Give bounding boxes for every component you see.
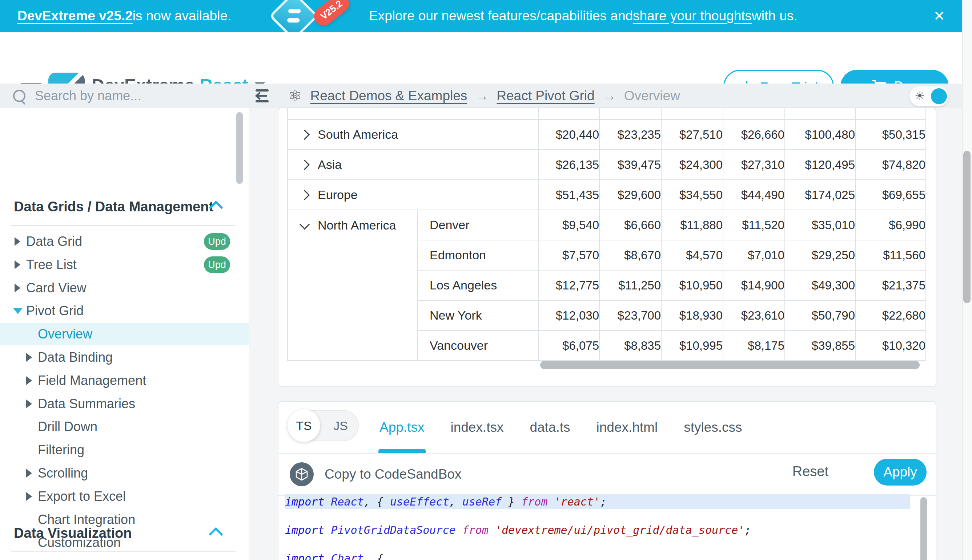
page-scrollbar[interactable]	[963, 151, 970, 303]
collapse-sidebar-icon[interactable]	[254, 88, 272, 103]
value-cell: $11,880	[661, 210, 723, 240]
value-cell: $6,990	[855, 210, 926, 240]
section-title: Data Grids / Data Management	[14, 199, 213, 214]
region-header-cell[interactable]: South America	[288, 120, 538, 150]
code-token	[324, 524, 331, 537]
breadcrumb-item[interactable]: React Demos & Examples	[310, 88, 467, 103]
close-icon[interactable]: ✕	[931, 8, 947, 24]
banner-version-suffix: is now available.	[133, 8, 231, 23]
value-cell: $21,375	[855, 270, 926, 300]
chevron-right-icon	[26, 376, 32, 385]
city-header-cell[interactable]: Denver	[418, 210, 538, 240]
region-header-cell[interactable]: Europe	[288, 180, 538, 210]
tab-data-ts[interactable]: data.ts	[530, 420, 570, 435]
sidebar-item-filtering[interactable]: Filtering	[0, 439, 249, 461]
value-cell: $34,550	[661, 180, 723, 210]
theme-toggle-knob[interactable]	[931, 88, 947, 104]
divider	[11, 551, 236, 552]
expand-chevron-icon[interactable]	[299, 129, 310, 140]
apply-button[interactable]: Apply	[874, 459, 927, 485]
value-cell: $69,655	[855, 180, 926, 210]
react-icon: ⚛	[288, 88, 302, 104]
sidebar-item-card-view[interactable]: Card View	[0, 277, 249, 299]
copy-to-codesandbox-button[interactable]: Copy to CodeSandBox	[290, 462, 461, 486]
code-token: 'devextreme/ui/pivot_grid/data_source'	[495, 524, 744, 537]
value-cell: $120,495	[785, 150, 855, 180]
code-line: import React, { useEffect, useRef } from…	[285, 494, 910, 509]
sidebar-item-data-grid[interactable]: Data GridUpd	[0, 230, 249, 253]
sidebar-item-export-to-excel[interactable]: Export to Excel	[0, 485, 249, 508]
sidebar-item-state-persistence[interactable]: State Persistence	[0, 555, 249, 560]
tab-App-tsx[interactable]: App.tsx	[380, 420, 424, 435]
share-your-thoughts-link[interactable]: share your thoughts	[633, 8, 752, 23]
city-header-cell[interactable]: New York	[418, 300, 538, 330]
sidebar-item-drill-down[interactable]: Drill Down	[0, 415, 249, 438]
sidebar-item-overview[interactable]: Overview	[0, 323, 249, 345]
value-cell: $4,570	[661, 240, 723, 270]
tab-index-tsx[interactable]: index.tsx	[450, 420, 504, 435]
breadcrumb: ⚛ React Demos & Examples→React Pivot Gri…	[288, 83, 680, 108]
value-cell	[855, 108, 926, 120]
chevron-up-icon	[209, 527, 223, 542]
sidebar-item-label: Data Summaries	[38, 396, 135, 412]
sidebar-item-data-summaries[interactable]: Data Summaries	[0, 393, 249, 415]
table-row-partial	[288, 108, 926, 120]
language-toggle[interactable]: TS JS	[288, 410, 359, 441]
sidebar-item-field-management[interactable]: Field Management	[0, 369, 249, 392]
value-cell: $23,235	[599, 120, 661, 150]
sidebar-item-label: Overview	[38, 327, 92, 342]
expand-chevron-icon[interactable]	[299, 190, 310, 200]
code-scrollbar[interactable]	[920, 497, 927, 560]
sidebar-section-data-grids[interactable]: Data Grids / Data Management	[14, 199, 232, 215]
sidebar-item-label: Chart Integration	[38, 512, 135, 527]
breadcrumb-item[interactable]: React Pivot Grid	[497, 88, 594, 103]
ts-option[interactable]: TS	[288, 409, 320, 442]
region-header-cell[interactable]: Asia	[288, 150, 538, 180]
tab-styles-css[interactable]: styles.css	[684, 420, 742, 435]
sidebar-item-label: Drill Down	[38, 419, 97, 434]
city-header-cell[interactable]: Edmonton	[418, 240, 538, 270]
code-token: }	[502, 495, 521, 508]
sidebar-section-data-visualization[interactable]: Data Visualization	[14, 525, 232, 541]
chevron-right-icon	[15, 260, 20, 269]
chevron-right-icon	[26, 492, 32, 501]
value-cell: $100,480	[785, 120, 855, 150]
chevron-right-icon	[15, 237, 20, 246]
table-row: Europe$51,435$29,600$34,550$44,490$174,0…	[288, 180, 926, 210]
banner-version-link[interactable]: DevExtreme v25.2	[17, 8, 133, 23]
expand-chevron-icon[interactable]	[299, 160, 310, 170]
banner-message-suffix: with us.	[752, 8, 797, 23]
banner-message: Explore our newest features/capabilities…	[369, 0, 798, 32]
chevron-right-icon	[26, 400, 32, 408]
reset-button[interactable]: Reset	[793, 464, 828, 479]
search-input[interactable]: Search by name...	[0, 83, 249, 108]
horizontal-scrollbar[interactable]	[540, 361, 920, 369]
code-token	[324, 552, 331, 560]
value-cell: $22,680	[855, 300, 926, 330]
value-cell	[723, 108, 785, 120]
tab-index-html[interactable]: index.html	[597, 420, 658, 435]
value-cell: $9,540	[538, 210, 599, 240]
collapse-chevron-icon[interactable]	[299, 219, 310, 229]
sidebar-item-pivot-grid[interactable]: Pivot Grid	[0, 300, 249, 322]
sidebar-item-tree-list[interactable]: Tree ListUpd	[0, 253, 249, 276]
code-token: , {	[364, 495, 390, 508]
js-option[interactable]: JS	[333, 419, 348, 433]
sidebar-item-scrolling[interactable]: Scrolling	[0, 462, 249, 485]
city-header-cell[interactable]: Los Angeles	[418, 270, 538, 300]
value-cell: $10,320	[855, 330, 926, 361]
value-cell: $26,660	[723, 120, 785, 150]
value-cell: $6,660	[599, 210, 661, 240]
table-row: South America$20,440$23,235$27,510$26,66…	[288, 120, 926, 150]
city-header-cell[interactable]: Vancouver	[418, 330, 538, 361]
theme-toggle[interactable]: ☀	[910, 87, 949, 106]
sidebar-item-label: Tree List	[26, 257, 77, 272]
search-placeholder: Search by name...	[35, 88, 141, 103]
value-cell: $8,175	[723, 330, 785, 361]
pivot-grid-demo-card: South America$20,440$23,235$27,510$26,66…	[278, 107, 936, 387]
region-header-cell[interactable]: North America	[288, 210, 418, 361]
value-cell	[599, 108, 661, 120]
code-line: import Chart, {	[285, 550, 910, 560]
sidebar-item-data-binding[interactable]: Data Binding	[0, 346, 249, 368]
sidebar-scrollbar[interactable]	[236, 112, 243, 184]
